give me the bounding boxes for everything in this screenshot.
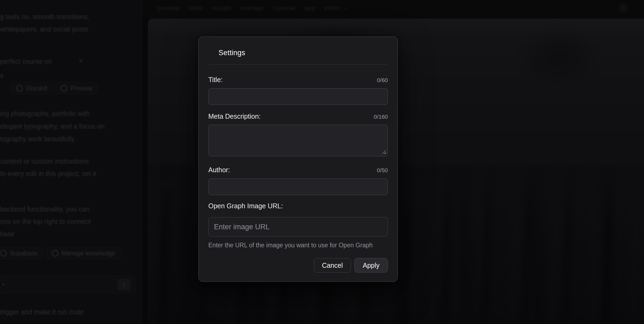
meta-description-field-label: Meta Description: — [208, 112, 261, 120]
divider — [208, 64, 388, 65]
author-char-counter: 0/50 — [377, 167, 388, 174]
og-image-helper-text: Enter the URL of the image you want to u… — [208, 242, 388, 249]
dialog-actions: Cancel Apply — [208, 258, 388, 273]
settings-dialog: Settings Title: 0/60 Meta Description: 0… — [198, 37, 398, 282]
dialog-title: Settings — [219, 49, 388, 57]
title-field-label: Title: — [208, 76, 223, 84]
meta-description-area-wrap — [208, 125, 388, 156]
author-field-label: Author: — [208, 166, 230, 174]
og-image-field-label: Open Graph Image URL: — [208, 202, 283, 210]
title-input[interactable] — [208, 88, 388, 105]
title-char-counter: 0/60 — [377, 77, 388, 83]
cancel-button[interactable]: Cancel — [314, 258, 351, 273]
author-input[interactable] — [208, 178, 388, 195]
apply-button[interactable]: Apply — [354, 258, 388, 273]
meta-description-textarea[interactable] — [208, 125, 388, 156]
og-image-url-input[interactable] — [208, 217, 388, 237]
meta-description-char-counter: 0/160 — [374, 114, 388, 120]
app-screen: preview skills visuals manage console ap… — [0, 0, 644, 324]
